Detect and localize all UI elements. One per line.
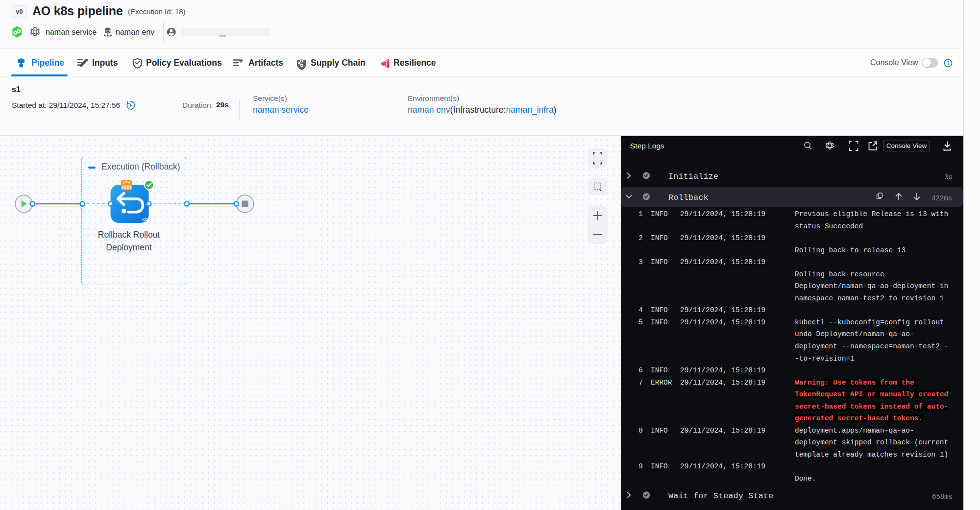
svg-text:</>: </> bbox=[142, 217, 148, 222]
